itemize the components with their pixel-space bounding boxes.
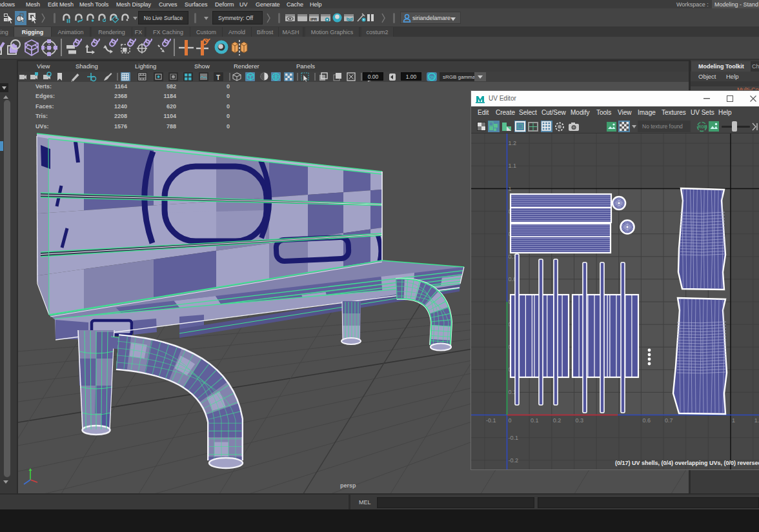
- svg-text:Edges:: Edges:: [35, 93, 55, 99]
- svg-text:582: 582: [167, 83, 176, 90]
- svg-text:0.6: 0.6: [642, 417, 651, 424]
- svg-text:0: 0: [509, 417, 512, 424]
- svg-text:RGB: RGB: [698, 124, 707, 129]
- svg-text:0: 0: [227, 113, 230, 119]
- svg-text:0.7: 0.7: [665, 417, 673, 424]
- svg-text:UVs:: UVs:: [35, 123, 49, 130]
- svg-text:1104: 1104: [163, 113, 176, 119]
- svg-text:0.2: 0.2: [553, 417, 562, 424]
- svg-text:Tris:: Tris:: [35, 113, 48, 119]
- svg-text:1.1: 1.1: [754, 417, 759, 424]
- svg-text:1.1: 1.1: [509, 163, 517, 169]
- svg-text:ON: ON: [429, 75, 434, 79]
- svg-text:0.1: 0.1: [531, 417, 539, 424]
- svg-text:-0.1: -0.1: [486, 417, 496, 424]
- svg-text:1240: 1240: [114, 103, 127, 110]
- svg-text:2368: 2368: [114, 93, 127, 99]
- svg-text:2208: 2208: [114, 113, 127, 119]
- svg-text:620: 620: [167, 103, 176, 110]
- svg-text:1184: 1184: [163, 93, 176, 99]
- svg-text:0: 0: [227, 103, 230, 110]
- svg-text:-0.1: -0.1: [509, 435, 519, 441]
- svg-text:1.2: 1.2: [509, 140, 517, 146]
- svg-text:1164: 1164: [114, 83, 127, 90]
- svg-text:0.3: 0.3: [576, 417, 584, 424]
- svg-text:persp: persp: [340, 482, 356, 489]
- svg-text:1: 1: [732, 417, 735, 424]
- svg-text:Verts:: Verts:: [35, 83, 52, 90]
- svg-text:0: 0: [227, 93, 230, 99]
- svg-text:(0/17) UV shells, (0/4) overla: (0/17) UV shells, (0/4) overlapping UVs,…: [615, 460, 759, 466]
- svg-text:0: 0: [227, 83, 230, 90]
- svg-text:788: 788: [167, 123, 176, 130]
- svg-text:IPR: IPR: [310, 17, 318, 21]
- svg-text:1: 1: [509, 186, 512, 192]
- svg-text:0: 0: [227, 123, 230, 130]
- svg-text:T: T: [216, 74, 220, 81]
- svg-text:1576: 1576: [114, 123, 127, 130]
- svg-text:-0.2: -0.2: [509, 457, 519, 464]
- svg-text:Faces:: Faces:: [35, 103, 54, 110]
